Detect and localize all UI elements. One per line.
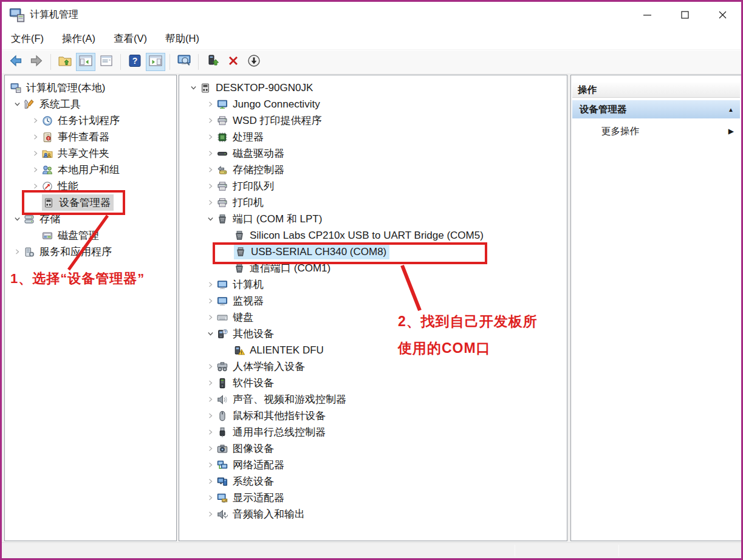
chevron-right-icon[interactable]: [204, 313, 217, 323]
chevron-right-icon[interactable]: [204, 198, 217, 208]
chevron-right-icon[interactable]: [204, 132, 217, 142]
chevron-down-icon[interactable]: [204, 214, 217, 224]
tree-item-network-adapters[interactable]: 网络适配器: [179, 457, 567, 473]
chevron-right-icon[interactable]: [204, 477, 217, 487]
tree-item-processors[interactable]: 处理器: [179, 129, 567, 145]
forward-button[interactable]: [27, 53, 46, 71]
chevron-right-icon[interactable]: [204, 165, 217, 175]
tree-item-print-queues[interactable]: 打印队列: [179, 178, 567, 194]
tree-item-mice-pointing[interactable]: 鼠标和其他指针设备: [179, 408, 567, 424]
tree-item-jungo-connectivity[interactable]: Jungo Connectivity: [179, 96, 567, 112]
tree-item-label: ALIENTEK DFU: [250, 344, 324, 357]
chevron-right-icon[interactable]: [204, 378, 217, 388]
tree-item-disk-management[interactable]: 磁盘管理: [5, 227, 176, 244]
tree-item-performance[interactable]: 性能: [5, 178, 176, 194]
back-button[interactable]: [6, 53, 26, 71]
tree-item-software-devices[interactable]: 软件设备: [179, 375, 567, 391]
chevron-down-icon[interactable]: [187, 83, 200, 93]
chevron-right-icon[interactable]: [29, 132, 42, 142]
tree-item-task-scheduler[interactable]: 任务计划程序: [5, 112, 176, 129]
tree-item-local-users-groups[interactable]: 本地用户和组: [5, 162, 176, 178]
chevron-right-icon[interactable]: [204, 296, 217, 306]
tree-item-system-devices[interactable]: 系统设备: [179, 473, 567, 490]
tree-item-storage-controllers[interactable]: 存储控制器: [179, 162, 567, 178]
tree-item-keyboards[interactable]: 键盘: [179, 309, 567, 326]
tree-item-ch340-com8[interactable]: USB-SERIAL CH340 (COM8): [179, 244, 567, 260]
tree-item-audio-inputs-outputs[interactable]: 音频输入和输出: [179, 506, 567, 522]
tree-item-usb-controllers[interactable]: 通用串行总线控制器: [179, 424, 567, 440]
properties-button[interactable]: [97, 53, 116, 71]
action-pane-toggle-button[interactable]: [146, 53, 165, 71]
tree-item-storage[interactable]: 存储: [5, 211, 176, 227]
update-driver-button[interactable]: [203, 53, 222, 71]
jungo-monitor-icon: [217, 99, 228, 110]
chevron-right-icon[interactable]: [204, 428, 217, 437]
chevron-right-icon[interactable]: [204, 444, 217, 454]
chevron-right-icon[interactable]: [204, 149, 217, 159]
tree-item-imaging-devices[interactable]: 图像设备: [179, 440, 567, 457]
console-tree-toggle-button[interactable]: [76, 53, 95, 71]
chevron-right-icon[interactable]: [29, 149, 42, 159]
chevron-right-icon[interactable]: [204, 182, 217, 191]
scan-hardware-icon: [177, 53, 191, 71]
tree-item-device-manager[interactable]: 设备管理器: [5, 194, 176, 211]
chevron-right-icon[interactable]: [204, 395, 217, 405]
menu-file[interactable]: 文件(F): [2, 29, 53, 49]
scan-hardware-button[interactable]: [174, 53, 194, 71]
tree-item-system-tools[interactable]: 系统工具: [5, 96, 176, 112]
tree-item-label: 系统工具: [39, 97, 81, 111]
chevron-down-icon[interactable]: [10, 214, 24, 224]
chevron-right-icon[interactable]: [29, 165, 42, 175]
tree-item-disk-drives[interactable]: 磁盘驱动器: [179, 145, 567, 162]
tree-item-computer[interactable]: 计算机: [179, 276, 567, 293]
tree-item-com1[interactable]: 通信端口 (COM1): [179, 260, 567, 276]
disable-device-button[interactable]: [244, 53, 264, 71]
tree-item-shared-folders[interactable]: 共享文件夹: [5, 145, 176, 162]
tree-item-sound-video-game[interactable]: 声音、视频和游戏控制器: [179, 391, 567, 408]
maximize-button[interactable]: [666, 2, 704, 28]
close-button[interactable]: [704, 2, 741, 28]
tree-item-services-apps[interactable]: 服务和应用程序: [5, 244, 176, 260]
help-button[interactable]: ?: [125, 53, 145, 71]
uninstall-button[interactable]: [224, 53, 243, 71]
tree-item-label: 打印机: [233, 196, 264, 210]
chevron-down-icon[interactable]: [204, 329, 217, 339]
chevron-right-icon[interactable]: [204, 510, 217, 519]
collapse-chevron-icon[interactable]: ▲: [728, 106, 734, 113]
tree-item-label: 磁盘驱动器: [233, 146, 284, 160]
menu-action[interactable]: 操作(A): [53, 29, 104, 49]
tree-item-label: 性能: [58, 179, 78, 193]
tree-item-wsd-print-provider[interactable]: WSD 打印提供程序: [179, 112, 567, 129]
chevron-right-icon[interactable]: [10, 247, 24, 257]
tree-item-label: 设备管理器: [59, 196, 111, 210]
chevron-right-icon[interactable]: [204, 411, 217, 421]
tree-item-display-adapters[interactable]: 显示适配器: [179, 490, 567, 506]
up-level-button[interactable]: [55, 53, 75, 71]
tree-item-monitors[interactable]: 监视器: [179, 293, 567, 309]
device-manager-icon: [43, 197, 54, 208]
tree-item-printers[interactable]: 打印机: [179, 194, 567, 211]
chevron-right-icon[interactable]: [204, 460, 217, 470]
chevron-right-icon[interactable]: [29, 182, 42, 191]
chevron-right-icon[interactable]: [204, 493, 217, 503]
menu-view[interactable]: 查看(V): [104, 29, 156, 49]
tree-item-other-devices[interactable]: ?其他设备: [179, 326, 567, 342]
more-actions-item[interactable]: 更多操作 ▶: [572, 123, 740, 140]
tree-item-alientek-dfu[interactable]: ALIENTEK DFU: [179, 342, 567, 358]
tree-item-hid-devices[interactable]: 人体学输入设备: [179, 358, 567, 375]
menu-help[interactable]: 帮助(H): [156, 29, 208, 49]
chevron-right-icon[interactable]: [204, 100, 217, 109]
tree-item-cp210x-com5[interactable]: Silicon Labs CP210x USB to UART Bridge (…: [179, 227, 567, 244]
chevron-right-icon[interactable]: [204, 362, 217, 372]
chevron-right-icon[interactable]: [204, 116, 217, 126]
chevron-down-icon[interactable]: [10, 100, 24, 109]
tree-item-computer-management-local[interactable]: 计算机管理(本地): [5, 80, 176, 96]
chevron-right-icon[interactable]: [29, 116, 42, 126]
actions-section-device-manager[interactable]: 设备管理器 ▲: [572, 100, 740, 118]
properties-icon: [99, 53, 114, 71]
minimize-button[interactable]: [628, 2, 666, 28]
tree-item-desktop-90gn0jk[interactable]: DESKTOP-90GN0JK: [179, 80, 567, 96]
tree-item-ports-com-lpt[interactable]: 端口 (COM 和 LPT): [179, 211, 567, 227]
chevron-right-icon[interactable]: [204, 280, 217, 290]
tree-item-event-viewer[interactable]: 事件查看器: [5, 129, 176, 145]
